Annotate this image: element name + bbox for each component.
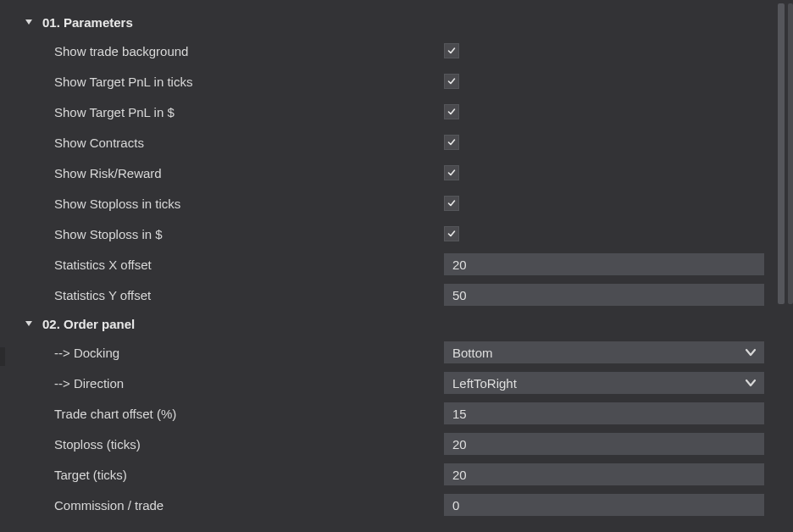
property-control: [444, 165, 774, 180]
show-stoploss-ticks-checkbox[interactable]: [444, 196, 459, 211]
scrollbar-thumb[interactable]: [778, 3, 785, 304]
collapse-triangle-icon: [24, 17, 34, 27]
property-control: [444, 196, 774, 211]
section-header[interactable]: 02. Order panel: [0, 310, 774, 337]
show-target-pnl-usd-checkbox[interactable]: [444, 104, 459, 119]
property-label: Show Stoploss in ticks: [0, 197, 444, 211]
property-control: [444, 74, 774, 89]
property-control: [444, 341, 774, 363]
property-control: [444, 253, 774, 275]
property-row: Show Target PnL in $: [0, 97, 774, 127]
property-label: Trade chart offset (%): [0, 407, 444, 421]
property-row: Show Stoploss in $: [0, 219, 774, 249]
property-control: [444, 135, 774, 150]
property-control: [444, 104, 774, 119]
property-control: [444, 402, 774, 424]
property-label: Show Contracts: [0, 136, 444, 150]
property-row: Trade chart offset (%): [0, 398, 774, 429]
property-control: [444, 43, 774, 58]
property-label: Target (ticks): [0, 468, 444, 482]
trade-chart-offset-input[interactable]: [444, 402, 764, 424]
section-title: 02. Order panel: [42, 317, 135, 331]
scrollbar-area: [774, 0, 793, 532]
show-target-pnl-ticks-checkbox[interactable]: [444, 74, 459, 89]
property-control: [444, 463, 774, 485]
section-title: 01. Parameters: [42, 15, 133, 30]
property-label: Statistics X offset: [0, 258, 444, 272]
section-header[interactable]: 01. Parameters: [0, 8, 774, 36]
property-control: [444, 433, 774, 455]
property-label: Show Risk/Reward: [0, 166, 444, 180]
property-row: Commission / trade: [0, 490, 774, 520]
docking-select[interactable]: [444, 341, 764, 363]
show-contracts-checkbox[interactable]: [444, 135, 459, 150]
property-label: Commission / trade: [0, 498, 444, 513]
property-label: --> Docking: [0, 346, 444, 360]
commission-per-trade-input[interactable]: [444, 494, 764, 516]
docking-select-value[interactable]: [444, 341, 764, 363]
property-row: Show Risk/Reward: [0, 158, 774, 188]
property-label: Statistics Y offset: [0, 288, 444, 302]
property-row: Target (ticks): [0, 459, 774, 490]
stoploss-ticks-input[interactable]: [444, 433, 764, 455]
left-edge-marker: [0, 347, 5, 366]
target-ticks-input[interactable]: [444, 463, 764, 485]
property-row: --> Direction: [0, 368, 774, 398]
direction-select[interactable]: [444, 372, 764, 394]
scrollbar-thumb-secondary[interactable]: [788, 3, 793, 304]
direction-select-value[interactable]: [444, 372, 764, 394]
property-label: Show Stoploss in $: [0, 227, 444, 241]
show-risk-reward-checkbox[interactable]: [444, 165, 459, 180]
statistics-x-offset-input[interactable]: [444, 253, 764, 275]
property-row: Show Stoploss in ticks: [0, 188, 774, 219]
property-label: Stoploss (ticks): [0, 437, 444, 452]
property-label: Show Target PnL in $: [0, 105, 444, 119]
property-row: Show Contracts: [0, 127, 774, 158]
property-label: Show trade background: [0, 44, 444, 58]
statistics-y-offset-input[interactable]: [444, 284, 764, 306]
property-control: [444, 494, 774, 516]
show-stoploss-usd-checkbox[interactable]: [444, 226, 459, 241]
property-row: Stoploss (ticks): [0, 429, 774, 459]
property-row: Show trade background: [0, 36, 774, 66]
property-control: [444, 284, 774, 306]
property-row: Statistics Y offset: [0, 280, 774, 310]
property-control: [444, 372, 774, 394]
property-label: Show Target PnL in ticks: [0, 75, 444, 89]
property-row: Statistics X offset: [0, 249, 774, 280]
property-grid: 01. ParametersShow trade backgroundShow …: [0, 0, 774, 532]
property-row: Show Target PnL in ticks: [0, 66, 774, 97]
property-label: --> Direction: [0, 376, 444, 391]
show-trade-background-checkbox[interactable]: [444, 43, 459, 58]
property-row: --> Docking: [0, 337, 774, 368]
collapse-triangle-icon: [24, 319, 34, 329]
property-control: [444, 226, 774, 241]
